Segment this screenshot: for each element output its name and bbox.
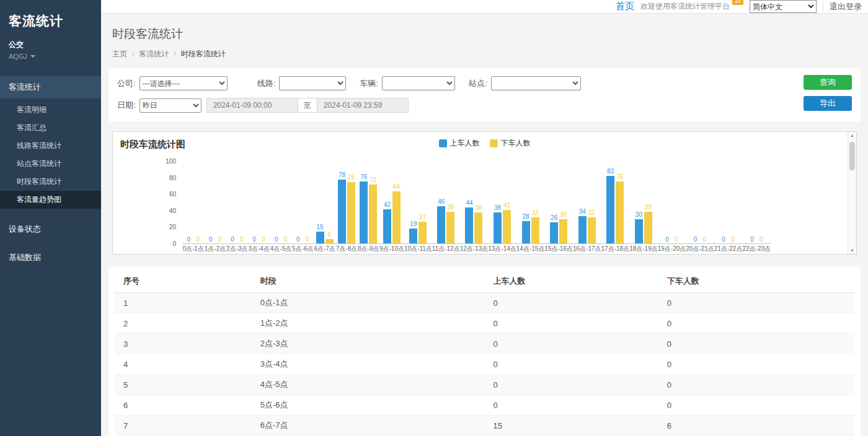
bar[interactable] (531, 217, 539, 244)
notification-badge[interactable]: 34 (732, 0, 743, 5)
bar-value-label: 0 (275, 236, 278, 243)
end-datetime-input[interactable] (317, 98, 409, 113)
bar[interactable] (494, 212, 502, 244)
table-cell: 3 (115, 334, 255, 354)
chart-card: 时段车流统计图 上车人数下车人数 020406080100 000点-1点001… (112, 131, 857, 255)
bar[interactable] (338, 180, 346, 244)
bar[interactable] (347, 182, 355, 244)
bar[interactable] (437, 206, 445, 244)
home-link[interactable]: 首页 (616, 1, 634, 12)
bar-value-label: 0 (218, 236, 222, 243)
bar-value-label: 6 (327, 231, 331, 238)
bar[interactable] (616, 181, 624, 244)
bar-value-label: 30 (560, 211, 567, 219)
legend-swatch (490, 139, 498, 147)
bar[interactable] (503, 210, 511, 244)
account-menu[interactable]: AQGJ (9, 53, 92, 60)
bar[interactable] (474, 212, 482, 244)
bar[interactable] (326, 239, 334, 244)
bar[interactable] (409, 229, 417, 244)
bar-value-label: 0 (196, 236, 200, 243)
bar[interactable] (559, 219, 567, 244)
sidebar-item-5[interactable]: 客流量趋势图 (0, 191, 101, 209)
language-select[interactable]: 简体中文 (750, 0, 817, 13)
start-datetime-input[interactable] (206, 98, 298, 113)
station-select[interactable] (491, 76, 581, 90)
bar[interactable] (644, 212, 652, 244)
sidebar-item-4[interactable]: 时段客流统计 (0, 173, 101, 191)
legend-item-1[interactable]: 下车人数 (490, 138, 531, 149)
line-select[interactable] (279, 76, 346, 90)
bar[interactable] (316, 232, 324, 244)
bar-value-label: 0 (296, 236, 300, 243)
bar[interactable] (522, 221, 530, 244)
chart-group: 0021点-22点 (714, 162, 743, 254)
export-button[interactable]: 导出 (804, 96, 852, 111)
table-cell: 5点-6点 (255, 395, 489, 416)
sidebar-item-2[interactable]: 线路客流统计 (0, 137, 101, 155)
sidebar-item-1[interactable]: 客流汇总 (0, 119, 101, 137)
bar-value-label: 76 (616, 173, 623, 181)
chart-group: 463911点-12点 (432, 162, 460, 254)
bar-value-label: 30 (636, 211, 642, 219)
sidebar-item-device-status[interactable]: 设备状态 (0, 217, 101, 241)
bar[interactable] (550, 222, 558, 244)
sidebar: 客流统计 公交 AQGJ 客流统计 客流明细客流汇总线路客流统计站点客流统计时段… (0, 0, 101, 436)
breadcrumb-current: 时段客流统计 (181, 49, 226, 59)
chart-group: 343216点-17点 (573, 162, 601, 254)
sidebar-item-base-data[interactable]: 基础数据 (0, 246, 101, 269)
bar[interactable] (465, 207, 473, 244)
date-range-to-label: 至 (298, 98, 317, 113)
data-table: 序号时段上车人数下车人数 10点-1点0021点-2点0032点-3点0043点… (115, 269, 854, 436)
scroll-up-icon[interactable]: ▲ (850, 133, 854, 137)
query-button[interactable]: 查询 (804, 75, 852, 90)
breadcrumb-passenger-flow[interactable]: 客流统计 (139, 49, 169, 59)
sidebar-section-passenger-flow[interactable]: 客流统计 (0, 76, 101, 98)
sidebar-item-0[interactable]: 客流明细 (0, 101, 101, 119)
legend-item-0[interactable]: 上车人数 (439, 138, 480, 149)
bar[interactable] (635, 219, 643, 244)
date-preset-select[interactable]: 昨日 (140, 98, 202, 113)
x-axis-label: 14点-15点 (516, 244, 545, 254)
main-area: 首页 欢迎使用客流统计管理平台 34 简体中文 退出登录 时段客流统计 主页 /… (101, 0, 868, 436)
scrollbar-thumb[interactable] (849, 142, 855, 170)
chart-group: 443812点-13点 (460, 162, 489, 254)
y-tick-label: 100 (166, 158, 176, 165)
bar[interactable] (418, 222, 427, 244)
bar-value-label: 0 (187, 236, 190, 243)
company-select[interactable]: ---请选择--- (140, 76, 228, 90)
x-axis-label: 18点-19点 (629, 244, 658, 254)
bar[interactable] (369, 185, 377, 244)
table-cell: 15 (488, 416, 662, 436)
legend-label: 上车人数 (450, 138, 480, 149)
bar[interactable] (392, 191, 401, 244)
breadcrumb-home[interactable]: 主页 (112, 49, 127, 59)
table-row: 43点-4点00 (115, 354, 854, 375)
table-cell: 0 (662, 354, 854, 375)
welcome-text: 欢迎使用客流统计管理平台 (640, 1, 730, 12)
x-axis-label: 5点-6点 (292, 244, 313, 254)
bar[interactable] (446, 212, 454, 244)
bar[interactable] (360, 181, 368, 244)
vehicle-select[interactable] (382, 76, 455, 90)
bar[interactable] (578, 216, 587, 244)
bar-value-label: 0 (694, 236, 698, 243)
scroll-down-icon[interactable]: ▼ (850, 248, 854, 253)
bar[interactable] (588, 217, 596, 244)
chart-plot: 000点-1点001点-2点002点-3点003点-4点004点-5点005点-… (182, 162, 771, 254)
chart-group: 004点-5点 (270, 162, 291, 254)
bar[interactable] (606, 176, 614, 244)
table-row: 10点-1点00 (115, 293, 854, 313)
bar-value-label: 0 (284, 236, 288, 243)
bar[interactable] (383, 209, 391, 244)
sidebar-item-3[interactable]: 站点客流统计 (0, 155, 101, 173)
table-cell: 0 (662, 293, 854, 313)
bar-value-label: 32 (588, 209, 595, 217)
bar-value-label: 0 (306, 236, 309, 243)
bar-value-label: 83 (607, 168, 614, 175)
chart-group: 384113点-14点 (488, 162, 516, 254)
chart-scrollbar[interactable]: ▲ ▼ (848, 132, 856, 254)
bar-value-label: 0 (675, 236, 678, 243)
page-title: 时段客流统计 (112, 26, 857, 42)
logout-link[interactable]: 退出登录 (830, 1, 862, 12)
